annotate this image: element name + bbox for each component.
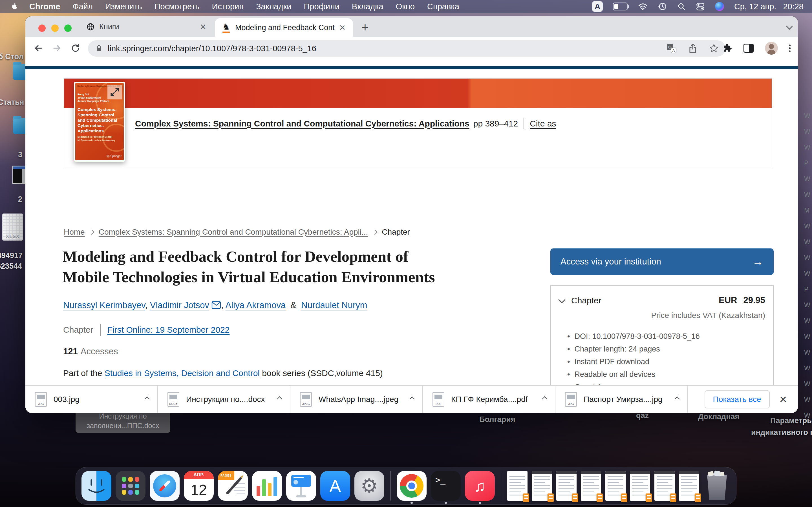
cite-as-link[interactable]: Cite as (530, 119, 556, 128)
author-link[interactable]: Vladimir Jotsov (150, 300, 209, 310)
menu-item-6[interactable]: Профили (304, 2, 340, 11)
minimized-document-icon[interactable] (630, 471, 650, 501)
desktop-file-label[interactable]: 2 (18, 195, 22, 204)
desktop-file-label[interactable]: индикативного п (751, 428, 812, 437)
tab-close-icon[interactable]: ✕ (339, 23, 346, 33)
desktop-xlsx-file[interactable]: XLSX (2, 214, 23, 240)
bookmark-star-icon[interactable] (709, 44, 719, 53)
menu-item-2[interactable]: Изменить (105, 2, 142, 11)
menu-item-8[interactable]: Окно (396, 2, 415, 11)
download-item[interactable]: JPEGWhatsApp Imag....jpeg (290, 386, 423, 413)
minimized-document-icon[interactable] (654, 471, 675, 501)
desktop-file-label[interactable]: Статья (0, 98, 24, 107)
desktop-file-label[interactable]: Докладная (698, 412, 739, 421)
chevron-up-icon[interactable] (278, 397, 282, 402)
music-icon[interactable]: ♫ (465, 471, 495, 501)
download-item[interactable]: PDFКП ГФ Керимба....pdf (423, 386, 555, 413)
tab-close-icon[interactable]: ✕ (200, 22, 206, 32)
siri-icon[interactable] (715, 2, 724, 11)
minimize-window-button[interactable] (51, 24, 59, 32)
input-source-badge[interactable]: A (592, 1, 603, 12)
calendar-icon[interactable]: АПР. 12 (184, 471, 214, 501)
terminal-icon[interactable]: >_ (431, 471, 461, 501)
numbers-icon[interactable] (252, 471, 282, 501)
author-link[interactable]: Aliya Akramova (225, 300, 286, 310)
minimized-document-icon[interactable] (556, 471, 576, 501)
chevron-up-icon[interactable] (145, 397, 149, 402)
series-link[interactable]: Studies in Systems, Decision and Control (105, 369, 260, 378)
forward-button[interactable] (51, 43, 63, 53)
download-item[interactable]: JPG003.jpg (26, 386, 158, 413)
side-panel-icon[interactable] (744, 44, 754, 53)
minimized-document-icon[interactable] (507, 471, 527, 501)
book-cover[interactable]: Studies in Systems, Decision and Control… (74, 82, 125, 162)
app-store-icon[interactable]: A (320, 471, 350, 501)
minimized-document-icon[interactable] (605, 471, 626, 501)
zoom-window-button[interactable] (64, 24, 71, 32)
pages-icon[interactable]: PAGES (218, 471, 248, 501)
keynote-icon[interactable] (286, 471, 316, 501)
tab-search-chevron-icon[interactable] (787, 24, 792, 30)
expand-icon[interactable] (107, 85, 122, 100)
menu-dots-icon[interactable] (789, 45, 791, 52)
safari-icon[interactable] (150, 471, 180, 501)
author-link[interactable]: Nurdaulet Nurym (301, 300, 367, 310)
search-icon[interactable] (677, 2, 686, 11)
menu-item-0[interactable]: Chrome (29, 2, 60, 11)
downloads-close-icon[interactable]: ✕ (779, 394, 788, 405)
email-icon[interactable] (209, 300, 221, 310)
menu-item-5[interactable]: Закладки (256, 2, 292, 11)
time-machine-icon[interactable] (658, 2, 667, 11)
translate-icon[interactable]: G A (667, 44, 676, 53)
chevron-up-icon[interactable] (543, 397, 546, 402)
lock-icon[interactable] (95, 44, 103, 53)
breadcrumb-item-1[interactable]: Complex Systems: Spanning Control and Co… (99, 228, 368, 236)
menu-clock[interactable]: Ср, 12 апр. 20:28 (734, 2, 804, 11)
control-center-icon[interactable] (696, 2, 705, 11)
extensions-icon[interactable] (722, 43, 732, 53)
download-item[interactable]: JPGПаспорт Умирза....jpg (555, 386, 688, 413)
minimized-document-icon[interactable] (679, 471, 699, 501)
chrome-icon[interactable] (397, 471, 426, 501)
tab-books[interactable]: Книги ✕ (79, 16, 214, 37)
back-button[interactable] (33, 43, 44, 53)
desktop-file-label[interactable]: 623544 (0, 262, 22, 271)
share-icon[interactable] (688, 43, 697, 54)
address-bar[interactable]: link.springer.com/chapter/10.1007/978-3-… (88, 40, 725, 57)
apple-menu-icon[interactable] (10, 2, 17, 11)
launchpad-icon[interactable] (116, 471, 146, 501)
system-settings-icon[interactable]: ⚙ (354, 471, 384, 501)
close-window-button[interactable] (38, 24, 46, 32)
desktop-file-label[interactable]: 494917 (0, 251, 22, 260)
desktop-file-label[interactable]: Болгария (479, 415, 515, 424)
minimized-document-icon[interactable] (532, 471, 552, 501)
wifi-icon[interactable] (638, 3, 648, 10)
show-all-downloads-button[interactable]: Показать все (705, 390, 770, 408)
chevron-up-icon[interactable] (675, 397, 679, 402)
breadcrumb-item-0[interactable]: Home (64, 228, 85, 236)
desktop-file-label[interactable]: Параметры (770, 416, 812, 425)
download-file-name: Инструкция по....docx (186, 395, 265, 404)
desktop-file-label[interactable]: 3 (18, 151, 22, 159)
finder-icon[interactable] (82, 471, 111, 501)
battery-icon[interactable] (613, 3, 627, 10)
reload-button[interactable] (70, 43, 81, 53)
chevron-down-icon[interactable] (558, 296, 565, 303)
download-item[interactable]: DOCXИнструкция по....docx (158, 386, 290, 413)
menu-item-1[interactable]: Файл (73, 2, 93, 11)
access-institution-button[interactable]: Access via your institution → (550, 248, 774, 275)
chevron-up-icon[interactable] (410, 397, 414, 402)
desktop-file-label[interactable]: б Стол (0, 52, 24, 61)
minimized-document-icon[interactable] (581, 471, 601, 501)
author-link[interactable]: Nurassyl Kerimbayev (63, 300, 145, 310)
profile-avatar[interactable] (765, 42, 778, 55)
book-title-link[interactable]: Complex Systems: Spanning Control and Co… (135, 119, 469, 128)
menu-item-7[interactable]: Вкладка (352, 2, 384, 11)
tab-active-article[interactable]: ♞ Modeling and Feedback Contro ✕ (215, 18, 353, 37)
first-online-link[interactable]: First Online: 19 September 2022 (107, 325, 230, 335)
menu-item-3[interactable]: Посмотреть (154, 2, 200, 11)
menu-item-9[interactable]: Справка (427, 2, 459, 11)
new-tab-button[interactable]: + (361, 20, 369, 34)
trash-icon[interactable] (703, 471, 730, 501)
menu-item-4[interactable]: История (212, 2, 244, 11)
